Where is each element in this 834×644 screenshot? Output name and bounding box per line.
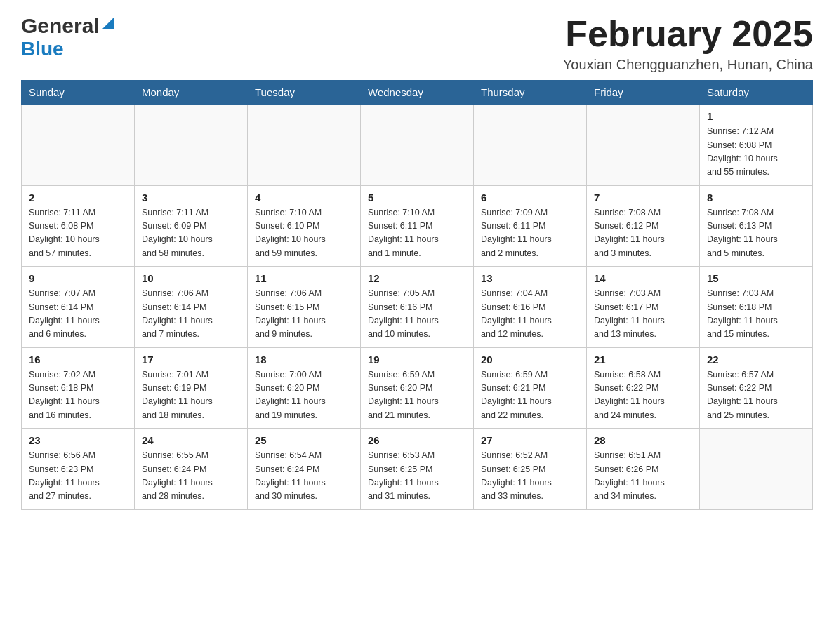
day-number: 15: [707, 272, 805, 284]
calendar-cell: [474, 105, 587, 186]
day-number: 11: [255, 272, 353, 284]
month-title: February 2025: [563, 14, 813, 54]
calendar-cell: 7Sunrise: 7:08 AMSunset: 6:12 PMDaylight…: [587, 185, 700, 267]
day-info: Sunrise: 7:08 AMSunset: 6:12 PMDaylight:…: [594, 206, 692, 261]
day-number: 20: [481, 354, 579, 365]
calendar-cell: 2Sunrise: 7:11 AMSunset: 6:08 PMDaylight…: [22, 185, 135, 267]
day-info: Sunrise: 7:06 AMSunset: 6:14 PMDaylight:…: [142, 287, 240, 342]
day-number: 2: [29, 192, 127, 203]
calendar-cell: 1Sunrise: 7:12 AMSunset: 6:08 PMDaylight…: [700, 105, 813, 186]
calendar-cell: 10Sunrise: 7:06 AMSunset: 6:14 PMDayligh…: [135, 267, 248, 348]
day-number: 10: [142, 272, 240, 284]
logo: General Blue: [21, 14, 114, 60]
calendar-cell: 9Sunrise: 7:07 AMSunset: 6:14 PMDaylight…: [22, 267, 135, 348]
calendar-cell: 26Sunrise: 6:53 AMSunset: 6:25 PMDayligh…: [361, 429, 474, 510]
day-number: 22: [707, 354, 805, 365]
day-number: 1: [707, 110, 805, 122]
calendar-cell: 6Sunrise: 7:09 AMSunset: 6:11 PMDaylight…: [474, 185, 587, 267]
calendar-cell: 13Sunrise: 7:04 AMSunset: 6:16 PMDayligh…: [474, 267, 587, 348]
calendar-cell: [248, 105, 361, 186]
calendar-cell: 21Sunrise: 6:58 AMSunset: 6:22 PMDayligh…: [587, 347, 700, 429]
calendar-week-row: 9Sunrise: 7:07 AMSunset: 6:14 PMDaylight…: [22, 267, 813, 348]
calendar-cell: 4Sunrise: 7:10 AMSunset: 6:10 PMDaylight…: [248, 185, 361, 267]
calendar-cell: 15Sunrise: 7:03 AMSunset: 6:18 PMDayligh…: [700, 267, 813, 348]
day-info: Sunrise: 7:10 AMSunset: 6:11 PMDaylight:…: [368, 206, 466, 261]
day-info: Sunrise: 7:08 AMSunset: 6:13 PMDaylight:…: [707, 206, 805, 261]
calendar-cell: [361, 105, 474, 186]
weekday-header: Sunday: [22, 81, 135, 105]
weekday-header: Wednesday: [361, 81, 474, 105]
day-number: 18: [255, 354, 353, 365]
day-info: Sunrise: 7:11 AMSunset: 6:09 PMDaylight:…: [142, 206, 240, 261]
day-number: 25: [255, 434, 353, 446]
weekday-header: Saturday: [700, 81, 813, 105]
calendar-cell: 12Sunrise: 7:05 AMSunset: 6:16 PMDayligh…: [361, 267, 474, 348]
calendar-table: SundayMondayTuesdayWednesdayThursdayFrid…: [21, 80, 813, 510]
calendar-cell: [700, 429, 813, 510]
day-number: 8: [707, 192, 805, 203]
day-info: Sunrise: 6:57 AMSunset: 6:22 PMDaylight:…: [707, 368, 805, 423]
calendar-cell: 22Sunrise: 6:57 AMSunset: 6:22 PMDayligh…: [700, 347, 813, 429]
calendar-cell: 19Sunrise: 6:59 AMSunset: 6:20 PMDayligh…: [361, 347, 474, 429]
logo-blue-text: Blue: [21, 38, 64, 60]
calendar-cell: 5Sunrise: 7:10 AMSunset: 6:11 PMDaylight…: [361, 185, 474, 267]
day-info: Sunrise: 7:04 AMSunset: 6:16 PMDaylight:…: [481, 287, 579, 342]
day-number: 16: [29, 354, 127, 365]
day-info: Sunrise: 7:11 AMSunset: 6:08 PMDaylight:…: [29, 206, 127, 261]
logo-triangle-icon: [102, 17, 114, 29]
day-info: Sunrise: 7:10 AMSunset: 6:10 PMDaylight:…: [255, 206, 353, 261]
day-number: 3: [142, 192, 240, 203]
location-subtitle: Youxian Chengguanzhen, Hunan, China: [563, 57, 813, 73]
day-number: 7: [594, 192, 692, 203]
day-number: 17: [142, 354, 240, 365]
page-header: General Blue February 2025 Youxian Cheng…: [21, 14, 813, 73]
calendar-cell: 11Sunrise: 7:06 AMSunset: 6:15 PMDayligh…: [248, 267, 361, 348]
day-info: Sunrise: 7:06 AMSunset: 6:15 PMDaylight:…: [255, 287, 353, 342]
day-info: Sunrise: 6:58 AMSunset: 6:22 PMDaylight:…: [594, 368, 692, 423]
calendar-week-row: 23Sunrise: 6:56 AMSunset: 6:23 PMDayligh…: [22, 429, 813, 510]
calendar-cell: 17Sunrise: 7:01 AMSunset: 6:19 PMDayligh…: [135, 347, 248, 429]
calendar-cell: 24Sunrise: 6:55 AMSunset: 6:24 PMDayligh…: [135, 429, 248, 510]
day-info: Sunrise: 7:03 AMSunset: 6:18 PMDaylight:…: [707, 287, 805, 342]
calendar-week-row: 1Sunrise: 7:12 AMSunset: 6:08 PMDaylight…: [22, 105, 813, 186]
calendar-cell: 18Sunrise: 7:00 AMSunset: 6:20 PMDayligh…: [248, 347, 361, 429]
calendar-cell: 27Sunrise: 6:52 AMSunset: 6:25 PMDayligh…: [474, 429, 587, 510]
day-number: 27: [481, 434, 579, 446]
day-info: Sunrise: 7:12 AMSunset: 6:08 PMDaylight:…: [707, 125, 805, 180]
day-info: Sunrise: 7:05 AMSunset: 6:16 PMDaylight:…: [368, 287, 466, 342]
day-number: 23: [29, 434, 127, 446]
day-info: Sunrise: 6:53 AMSunset: 6:25 PMDaylight:…: [368, 449, 466, 504]
day-number: 28: [594, 434, 692, 446]
day-info: Sunrise: 7:02 AMSunset: 6:18 PMDaylight:…: [29, 368, 127, 423]
day-number: 14: [594, 272, 692, 284]
day-number: 12: [368, 272, 466, 284]
day-info: Sunrise: 6:51 AMSunset: 6:26 PMDaylight:…: [594, 449, 692, 504]
day-info: Sunrise: 6:52 AMSunset: 6:25 PMDaylight:…: [481, 449, 579, 504]
day-info: Sunrise: 6:56 AMSunset: 6:23 PMDaylight:…: [29, 449, 127, 504]
weekday-header: Monday: [135, 81, 248, 105]
calendar-cell: [135, 105, 248, 186]
day-number: 6: [481, 192, 579, 203]
calendar-cell: 20Sunrise: 6:59 AMSunset: 6:21 PMDayligh…: [474, 347, 587, 429]
calendar-cell: 14Sunrise: 7:03 AMSunset: 6:17 PMDayligh…: [587, 267, 700, 348]
calendar-cell: 3Sunrise: 7:11 AMSunset: 6:09 PMDaylight…: [135, 185, 248, 267]
day-number: 21: [594, 354, 692, 365]
day-number: 24: [142, 434, 240, 446]
day-info: Sunrise: 7:03 AMSunset: 6:17 PMDaylight:…: [594, 287, 692, 342]
calendar-cell: 25Sunrise: 6:54 AMSunset: 6:24 PMDayligh…: [248, 429, 361, 510]
logo-general-text: General: [21, 14, 100, 38]
day-info: Sunrise: 6:55 AMSunset: 6:24 PMDaylight:…: [142, 449, 240, 504]
day-info: Sunrise: 7:07 AMSunset: 6:14 PMDaylight:…: [29, 287, 127, 342]
day-number: 9: [29, 272, 127, 284]
day-info: Sunrise: 7:01 AMSunset: 6:19 PMDaylight:…: [142, 368, 240, 423]
calendar-cell: [22, 105, 135, 186]
day-number: 13: [481, 272, 579, 284]
day-number: 5: [368, 192, 466, 203]
day-number: 26: [368, 434, 466, 446]
weekday-header: Thursday: [474, 81, 587, 105]
calendar-week-row: 16Sunrise: 7:02 AMSunset: 6:18 PMDayligh…: [22, 347, 813, 429]
calendar-cell: 28Sunrise: 6:51 AMSunset: 6:26 PMDayligh…: [587, 429, 700, 510]
weekday-header: Tuesday: [248, 81, 361, 105]
day-info: Sunrise: 7:00 AMSunset: 6:20 PMDaylight:…: [255, 368, 353, 423]
day-info: Sunrise: 6:59 AMSunset: 6:21 PMDaylight:…: [481, 368, 579, 423]
